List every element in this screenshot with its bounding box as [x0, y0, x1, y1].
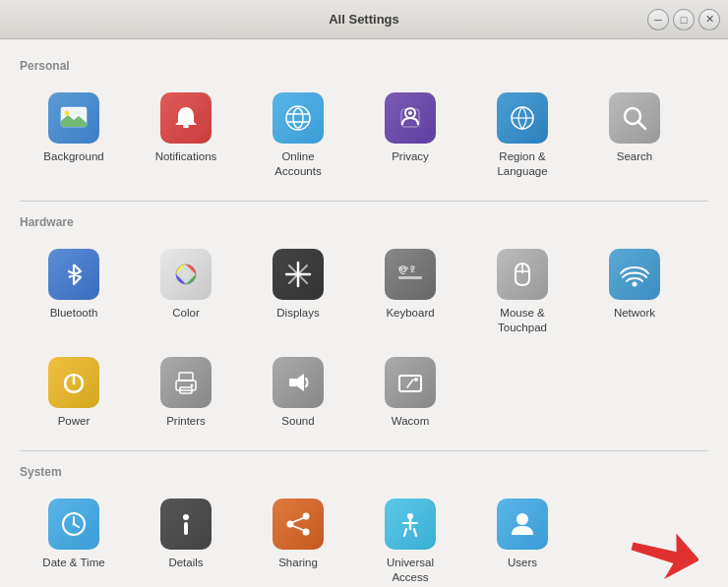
svg-point-36 — [414, 378, 418, 382]
keyboard-label: Keyboard — [386, 306, 434, 321]
setting-power[interactable]: Power — [20, 347, 128, 437]
keyboard-icon: @ 2 — [385, 249, 436, 300]
sharing-label: Sharing — [278, 556, 318, 570]
setting-sound[interactable]: Sound — [244, 347, 352, 437]
maximize-button[interactable]: □ — [673, 9, 695, 30]
online-accounts-icon — [273, 92, 324, 144]
svg-line-46 — [293, 518, 303, 522]
universal-access-icon — [385, 499, 436, 550]
section-personal: Personal Background — [20, 59, 708, 187]
network-icon — [609, 249, 660, 300]
section-label-system: System — [20, 465, 708, 479]
section-system: System Date & Time — [20, 465, 708, 587]
settings-content: Personal Background — [0, 39, 728, 587]
setting-bluetooth[interactable]: Bluetooth — [20, 239, 128, 343]
svg-rect-33 — [289, 379, 297, 386]
setting-sharing[interactable]: Sharing — [244, 489, 352, 587]
wacom-label: Wacom — [392, 414, 430, 429]
search-label: Search — [617, 149, 652, 164]
power-label: Power — [58, 414, 91, 429]
bluetooth-icon — [48, 249, 99, 300]
hardware-grid: Bluetooth Color — [20, 239, 708, 437]
svg-point-2 — [65, 111, 70, 116]
svg-rect-42 — [184, 522, 188, 535]
svg-point-45 — [303, 528, 310, 535]
svg-point-26 — [633, 281, 637, 286]
setting-datetime[interactable]: Date & Time — [20, 489, 128, 587]
svg-rect-23 — [410, 266, 414, 270]
printers-icon — [160, 357, 212, 408]
svg-rect-20 — [398, 276, 422, 279]
bluetooth-label: Bluetooth — [50, 306, 98, 321]
mouse-icon — [497, 249, 548, 300]
datetime-icon — [48, 499, 99, 550]
displays-label: Displays — [276, 306, 319, 321]
svg-rect-29 — [179, 373, 193, 381]
notifications-icon — [160, 92, 212, 144]
mouse-label: Mouse &Touchpad — [498, 306, 547, 335]
network-label: Network — [614, 306, 655, 321]
color-label: Color — [172, 306, 199, 321]
svg-rect-3 — [183, 125, 189, 128]
svg-line-35 — [407, 380, 413, 387]
background-icon — [48, 92, 99, 144]
setting-notifications[interactable]: Notifications — [132, 83, 240, 187]
setting-users[interactable]: Users — [468, 489, 576, 587]
privacy-label: Privacy — [392, 149, 429, 164]
setting-region[interactable]: Region &Language — [468, 83, 576, 187]
setting-keyboard[interactable]: @ 2 Keyboard — [356, 239, 464, 343]
wacom-icon — [385, 357, 436, 408]
svg-point-32 — [191, 383, 194, 386]
search-icon — [609, 92, 660, 144]
datetime-label: Date & Time — [42, 556, 104, 570]
online-accounts-label: OnlineAccounts — [274, 149, 321, 179]
setting-online-accounts[interactable]: OnlineAccounts — [244, 83, 352, 187]
svg-rect-22 — [404, 266, 408, 270]
universal-access-label: UniversalAccess — [387, 556, 434, 585]
setting-background[interactable]: Background — [20, 83, 128, 187]
svg-point-13 — [182, 270, 190, 278]
close-button[interactable]: ✕ — [698, 9, 720, 30]
setting-displays[interactable]: Displays — [244, 239, 352, 343]
setting-details[interactable]: Details — [132, 489, 240, 587]
users-label: Users — [508, 556, 537, 570]
svg-point-40 — [73, 522, 76, 525]
section-label-hardware: Hardware — [20, 215, 708, 229]
notifications-label: Notifications — [155, 149, 217, 164]
divider-hardware-system — [20, 450, 708, 451]
setting-wacom[interactable]: Wacom — [356, 347, 464, 437]
svg-point-41 — [183, 514, 189, 520]
svg-marker-51 — [626, 530, 698, 587]
region-icon — [497, 92, 548, 144]
region-label: Region &Language — [497, 149, 547, 179]
setting-universal-access[interactable]: UniversalAccess — [356, 489, 464, 587]
svg-rect-21 — [398, 266, 402, 270]
power-icon — [48, 357, 99, 408]
divider-personal-hardware — [20, 201, 708, 202]
system-grid: Date & Time Details — [20, 489, 708, 587]
setting-color[interactable]: Color — [132, 239, 240, 343]
setting-network[interactable]: Network — [580, 239, 689, 343]
minimize-button[interactable]: ─ — [647, 9, 669, 30]
background-label: Background — [43, 149, 103, 164]
privacy-icon — [385, 92, 436, 144]
window-title: All Settings — [329, 12, 399, 27]
users-icon — [497, 499, 548, 550]
sound-icon — [273, 357, 324, 408]
section-label-personal: Personal — [20, 59, 708, 73]
displays-icon — [273, 249, 324, 300]
setting-printers[interactable]: Printers — [132, 347, 240, 437]
window-controls: ─ □ ✕ — [647, 9, 720, 30]
setting-search[interactable]: Search — [580, 83, 689, 187]
sound-label: Sound — [281, 414, 314, 429]
setting-mouse[interactable]: Mouse &Touchpad — [468, 239, 576, 343]
sharing-icon — [273, 499, 324, 550]
setting-privacy[interactable]: Privacy — [356, 83, 464, 187]
arrow-indicator — [620, 530, 698, 587]
details-label: Details — [168, 556, 203, 570]
printers-label: Printers — [166, 414, 206, 429]
svg-point-7 — [408, 111, 412, 115]
svg-point-50 — [516, 513, 528, 525]
svg-point-43 — [303, 512, 310, 519]
color-icon — [160, 249, 212, 300]
